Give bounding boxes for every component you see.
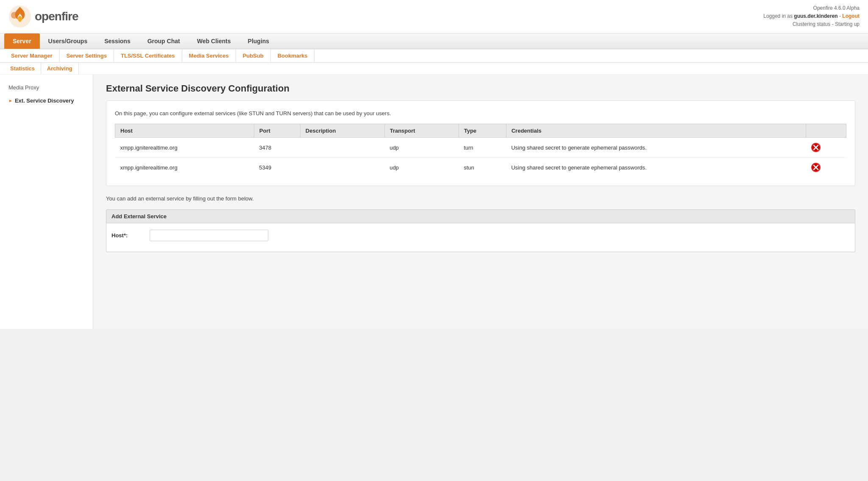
col-credentials: Credentials bbox=[506, 124, 806, 138]
add-service-intro: You can add an external service by filli… bbox=[106, 195, 855, 203]
row1-port: 3478 bbox=[254, 138, 300, 158]
nav-item-group-chat[interactable]: Group Chat bbox=[139, 33, 189, 49]
sidebar: Media Proxy ► Ext. Service Discovery bbox=[0, 75, 93, 329]
col-actions bbox=[806, 124, 846, 138]
subnav-bookmarks[interactable]: Bookmarks bbox=[271, 49, 315, 62]
row1-credentials: Using shared secret to generate ephemera… bbox=[506, 138, 806, 158]
add-section-header: Add External Service bbox=[106, 209, 855, 223]
nav-item-plugins[interactable]: Plugins bbox=[239, 33, 278, 49]
subnav-server-settings[interactable]: Server Settings bbox=[60, 49, 114, 62]
row2-credentials: Using shared secret to generate ephemera… bbox=[506, 158, 806, 178]
col-type: Type bbox=[459, 124, 506, 138]
nav-item-server[interactable]: Server bbox=[4, 33, 40, 49]
row1-type: turn bbox=[459, 138, 506, 158]
services-table: Host Port Description Transport Type Cre… bbox=[115, 124, 846, 177]
subnav-server-manager[interactable]: Server Manager bbox=[4, 49, 60, 62]
sidebar-item-ext-service-discovery[interactable]: ► Ext. Service Discovery bbox=[0, 94, 93, 107]
subnav-tls-ssl[interactable]: TLS/SSL Certificates bbox=[114, 49, 182, 62]
main-nav: Server Users/Groups Sessions Group Chat … bbox=[0, 33, 868, 49]
arrow-icon: ► bbox=[8, 98, 13, 103]
logout-link[interactable]: Logout bbox=[842, 13, 860, 19]
nav-item-users-groups[interactable]: Users/Groups bbox=[40, 33, 96, 49]
delete-row2-button[interactable] bbox=[811, 163, 821, 172]
host-label: Host*: bbox=[111, 232, 145, 239]
row2-host: xmpp.igniterealtime.org bbox=[115, 158, 254, 178]
table-row: xmpp.igniterealtime.org 5349 udp stun Us… bbox=[115, 158, 846, 178]
table-row: xmpp.igniterealtime.org 3478 udp turn Us… bbox=[115, 138, 846, 158]
row2-transport: udp bbox=[384, 158, 459, 178]
content-box: On this page, you can configure external… bbox=[106, 100, 855, 186]
login-info: Logged in as guus.der.kinderen - Logout bbox=[763, 12, 860, 20]
username: guus.der.kinderen bbox=[794, 13, 837, 19]
version-info: Openfire 4.6.0 Alpha bbox=[763, 4, 860, 12]
separator: - bbox=[838, 13, 843, 19]
host-input[interactable] bbox=[150, 230, 268, 241]
content-area: Media Proxy ► Ext. Service Discovery Ext… bbox=[0, 75, 868, 329]
sidebar-item-media-proxy[interactable]: Media Proxy bbox=[0, 81, 93, 94]
app-name: openfire bbox=[35, 10, 78, 23]
col-description: Description bbox=[300, 124, 384, 138]
add-section-body: Host*: bbox=[106, 223, 855, 252]
page-title: External Service Discovery Configuration bbox=[106, 83, 855, 94]
openfire-logo-icon bbox=[8, 5, 31, 28]
subnav-pubsub[interactable]: PubSub bbox=[236, 49, 271, 62]
col-transport: Transport bbox=[384, 124, 459, 138]
row2-port: 5349 bbox=[254, 158, 300, 178]
delete-icon bbox=[811, 143, 821, 152]
header: openfire Openfire 4.6.0 Alpha Logged in … bbox=[0, 0, 868, 33]
col-host: Host bbox=[115, 124, 254, 138]
row1-description bbox=[300, 138, 384, 158]
svg-point-1 bbox=[11, 12, 18, 19]
host-form-row: Host*: bbox=[111, 230, 850, 241]
row2-delete-cell bbox=[806, 158, 846, 178]
logged-in-label: Logged in as bbox=[763, 13, 794, 19]
row2-description bbox=[300, 158, 384, 178]
main-content: External Service Discovery Configuration… bbox=[93, 75, 868, 329]
intro-text: On this page, you can configure external… bbox=[115, 109, 846, 118]
col-port: Port bbox=[254, 124, 300, 138]
ext-service-discovery-label: Ext. Service Discovery bbox=[15, 97, 74, 104]
subnav-media-services[interactable]: Media Services bbox=[182, 49, 236, 62]
nav-item-web-clients[interactable]: Web Clients bbox=[189, 33, 239, 49]
media-proxy-label: Media Proxy bbox=[8, 84, 39, 91]
second-subnav-statistics[interactable]: Statistics bbox=[4, 63, 41, 74]
second-sub-nav: Statistics Archiving bbox=[0, 63, 868, 75]
second-subnav-archiving[interactable]: Archiving bbox=[41, 63, 79, 74]
clustering-status: Clustering status - Starting up bbox=[763, 20, 860, 28]
header-info: Openfire 4.6.0 Alpha Logged in as guus.d… bbox=[763, 4, 860, 29]
row1-delete-cell bbox=[806, 138, 846, 158]
sub-nav: Server Manager Server Settings TLS/SSL C… bbox=[0, 49, 868, 63]
row2-type: stun bbox=[459, 158, 506, 178]
row1-transport: udp bbox=[384, 138, 459, 158]
delete-icon bbox=[811, 163, 821, 172]
add-service-section: You can add an external service by filli… bbox=[106, 195, 855, 252]
logo-area: openfire bbox=[8, 5, 78, 28]
row1-host: xmpp.igniterealtime.org bbox=[115, 138, 254, 158]
nav-item-sessions[interactable]: Sessions bbox=[96, 33, 139, 49]
delete-row1-button[interactable] bbox=[811, 143, 821, 152]
